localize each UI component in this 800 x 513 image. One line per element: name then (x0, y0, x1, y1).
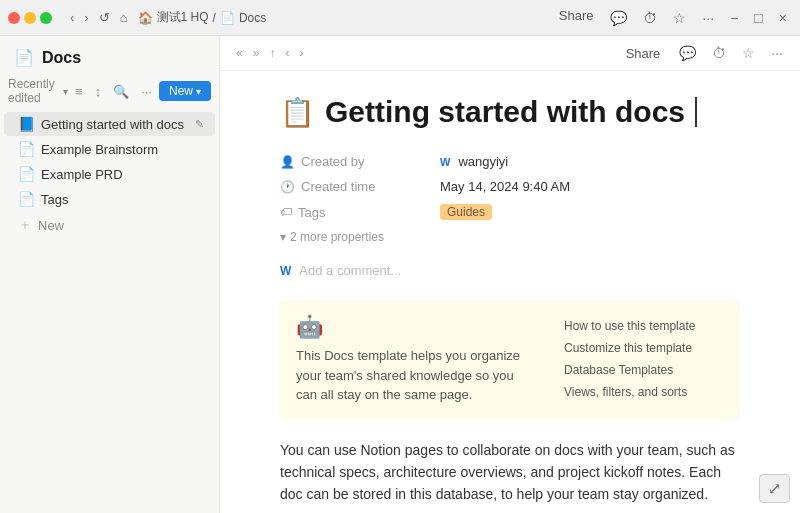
sidebar-item-tech-spec[interactable]: ⠿ 📄 Tags (4, 187, 215, 211)
template-link-0[interactable]: How to use this template (564, 317, 724, 335)
comment-w-icon: W (280, 264, 291, 278)
doc-title-row: 📋 Getting started with docs (280, 95, 740, 129)
nav-fwd-btn[interactable]: › (295, 44, 307, 62)
close-button[interactable] (8, 12, 20, 24)
created-by-icon: 👤 (280, 155, 295, 169)
tags-label: Tags (298, 205, 325, 220)
item-icon-prd: 📄 (18, 166, 35, 182)
sidebar-items-list: ⠿ 📘 Getting started with docs ✎ ⠿ 📄 Exam… (0, 111, 219, 513)
robot-icon: 🤖 (296, 314, 534, 340)
maximize-button[interactable] (40, 12, 52, 24)
os-close-btn[interactable]: × (774, 8, 792, 28)
comment-row: W Add a comment... (280, 257, 740, 284)
sidebar: 📄 Docs Recently edited ▾ ≡ ↕ 🔍 ··· New ▾… (0, 36, 220, 513)
content-wrapper: « » ↑ ‹ › Share 💬 ⏱ ☆ ··· 📋 Getting star… (220, 36, 800, 513)
nav-up-btn[interactable]: ↑ (265, 44, 279, 62)
refresh-button[interactable]: ↺ (95, 8, 114, 27)
recently-edited-label[interactable]: Recently edited ▾ (8, 77, 68, 105)
tab-site-name: 测试1 HQ (157, 9, 209, 26)
sidebar-header: 📄 Docs (0, 36, 219, 75)
meta-time-value: May 14, 2024 9:40 AM (440, 179, 570, 194)
template-box: 🤖 This Docs template helps you organize … (280, 300, 740, 419)
minimize-button[interactable] (24, 12, 36, 24)
more-icon-btn[interactable]: ··· (697, 8, 719, 28)
doc-title-icon: 📋 (280, 96, 315, 129)
notion-w-icon: W (440, 156, 450, 168)
meta-time-key: 🕐 Created time (280, 179, 440, 194)
os-minimize-btn[interactable]: − (725, 8, 743, 28)
new-item-label: New (38, 218, 64, 233)
expand-button[interactable]: ⤢ (759, 474, 790, 503)
sidebar-item-getting-started[interactable]: ⠿ 📘 Getting started with docs ✎ (4, 112, 215, 136)
doc-content: 📋 Getting started with docs 👤 Created by… (220, 71, 800, 513)
more-properties-toggle[interactable]: ▾ 2 more properties (280, 225, 740, 249)
share-topbar-label: Share (559, 8, 594, 28)
sidebar-item-prd[interactable]: ⠿ 📄 Example PRD (4, 162, 215, 186)
item-icon-getting-started: 📘 (18, 116, 35, 132)
more-options-btn[interactable]: ··· (136, 81, 157, 102)
window-controls (8, 12, 52, 24)
template-description: This Docs template helps you organize yo… (296, 346, 534, 405)
item-actions-getting-started: ✎ (192, 117, 207, 132)
browser-nav: ‹ › ↺ ⌂ (66, 8, 132, 27)
back-button[interactable]: ‹ (66, 8, 78, 27)
created-by-label: Created by (301, 154, 365, 169)
meta-tags-key: 🏷 Tags (280, 205, 440, 220)
comment-icon-btn[interactable]: 💬 (605, 8, 632, 28)
template-link-3[interactable]: Views, filters, and sorts (564, 383, 724, 401)
filter-btn[interactable]: ≡ (70, 81, 88, 102)
tag-icon: 🏷 (280, 205, 292, 219)
item-edit-btn[interactable]: ✎ (192, 117, 207, 132)
item-label-brainstorm: Example Brainstorm (41, 142, 207, 157)
clock-icon: 🕐 (280, 180, 295, 194)
item-label-prd: Example PRD (41, 167, 207, 182)
doc-title-text[interactable]: Getting started with docs (325, 95, 685, 129)
template-left: 🤖 This Docs template helps you organize … (296, 314, 534, 405)
sidebar-item-brainstorm[interactable]: ⠿ 📄 Example Brainstorm (4, 137, 215, 161)
doc-paragraph: You can use Notion pages to collaborate … (280, 439, 740, 506)
meta-created-by: 👤 Created by W wangyiyi (280, 149, 740, 174)
tab-bar: 🏠 测试1 HQ / 📄 Docs (138, 9, 267, 26)
meta-tags: 🏷 Tags Guides (280, 199, 740, 225)
new-doc-button[interactable]: New ▾ (159, 81, 211, 101)
tab-site-icon: 🏠 (138, 11, 153, 25)
sidebar-title: Docs (42, 49, 81, 67)
meta-created-time: 🕐 Created time May 14, 2024 9:40 AM (280, 174, 740, 199)
meta-created-by-key: 👤 Created by (280, 154, 440, 169)
item-label-tech-spec: Tags (41, 192, 207, 207)
guides-tag[interactable]: Guides (440, 204, 492, 220)
share-button[interactable]: Share (618, 43, 669, 64)
tab-sep: / (213, 11, 216, 25)
template-link-2[interactable]: Database Templates (564, 361, 724, 379)
home-button[interactable]: ⌂ (116, 8, 132, 27)
topbar-more-btn[interactable]: ··· (766, 42, 788, 64)
nav-back-btn[interactable]: ‹ (281, 44, 293, 62)
nav-collapse-btn[interactable]: « (232, 44, 247, 62)
item-label-getting-started: Getting started with docs (41, 117, 186, 132)
template-link-1[interactable]: Customize this template (564, 339, 724, 357)
search-btn[interactable]: 🔍 (108, 81, 134, 102)
created-time-text: May 14, 2024 9:40 AM (440, 179, 570, 194)
os-maximize-btn[interactable]: □ (749, 8, 767, 28)
nav-expand-btn[interactable]: » (249, 44, 264, 62)
clock-icon-btn[interactable]: ⏱ (638, 8, 662, 28)
comment-placeholder[interactable]: Add a comment... (299, 263, 401, 278)
sidebar-doc-icon: 📄 (14, 48, 34, 67)
forward-button[interactable]: › (80, 8, 92, 27)
meta-tags-value: Guides (440, 204, 492, 220)
text-cursor (695, 97, 697, 127)
topbar-star-btn[interactable]: ☆ (737, 42, 760, 64)
star-icon-btn[interactable]: ☆ (668, 8, 691, 28)
topbar-clock-btn[interactable]: ⏱ (707, 42, 731, 64)
sort-btn[interactable]: ↕ (90, 81, 107, 102)
item-icon-tech-spec: 📄 (18, 191, 35, 207)
sidebar-toolbar: Recently edited ▾ ≡ ↕ 🔍 ··· New ▾ (0, 75, 219, 111)
sidebar-new-item[interactable]: ＋ New (4, 212, 215, 238)
item-icon-brainstorm: 📄 (18, 141, 35, 157)
plus-icon: ＋ (18, 216, 32, 234)
topbar-nav-buttons: « » ↑ ‹ › (232, 44, 307, 62)
topbar-comment-btn[interactable]: 💬 (674, 42, 701, 64)
created-by-name: wangyiyi (458, 154, 508, 169)
main-layout: 📄 Docs Recently edited ▾ ≡ ↕ 🔍 ··· New ▾… (0, 36, 800, 513)
chevron-down-icon: ▾ (280, 230, 286, 244)
